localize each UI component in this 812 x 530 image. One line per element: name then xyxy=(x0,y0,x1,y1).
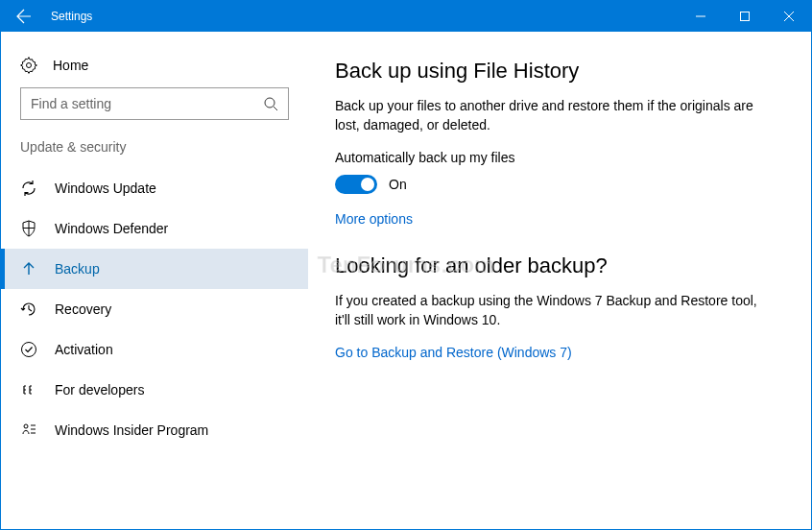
history-icon xyxy=(20,301,37,318)
more-options-link[interactable]: More options xyxy=(335,211,413,227)
sidebar-item-recovery[interactable]: Recovery xyxy=(1,289,308,329)
sidebar-item-label: Backup xyxy=(55,261,100,277)
sidebar-item-windows-update[interactable]: Windows Update xyxy=(1,168,308,208)
toggle-state: On xyxy=(389,177,407,192)
titlebar: Settings xyxy=(1,1,811,32)
sidebar-item-label: Activation xyxy=(55,342,113,357)
search-icon xyxy=(264,97,278,111)
svg-point-3 xyxy=(24,424,28,428)
sidebar-item-for-developers[interactable]: For developers xyxy=(1,370,308,410)
insider-icon xyxy=(20,422,37,439)
category-label: Update & security xyxy=(1,139,308,168)
sidebar-item-label: Windows Insider Program xyxy=(55,422,208,438)
svg-point-1 xyxy=(265,98,275,108)
search-box[interactable] xyxy=(20,87,289,120)
toggle-label: Automatically back up my files xyxy=(335,150,773,165)
home-button[interactable]: Home xyxy=(1,49,308,87)
sidebar-item-backup[interactable]: Backup xyxy=(1,249,308,289)
sidebar-item-label: Windows Update xyxy=(55,181,156,196)
developer-icon xyxy=(20,381,37,398)
svg-rect-0 xyxy=(741,12,750,21)
maximize-icon xyxy=(740,12,750,21)
sidebar-item-activation[interactable]: Activation xyxy=(1,329,308,370)
close-icon xyxy=(784,12,794,21)
shield-icon xyxy=(20,220,37,237)
section-body-older-backup: If you created a backup using the Window… xyxy=(335,292,773,329)
maximize-button[interactable] xyxy=(723,1,767,32)
back-button[interactable] xyxy=(1,1,47,32)
section-title-file-history: Back up using File History xyxy=(335,59,773,84)
home-label: Home xyxy=(53,58,88,73)
window-controls xyxy=(679,1,811,32)
arrow-left-icon xyxy=(16,9,32,24)
sidebar-item-label: For developers xyxy=(55,382,144,398)
minimize-button[interactable] xyxy=(679,1,723,32)
section-body-file-history: Back up your files to another drive and … xyxy=(335,97,773,134)
sync-icon xyxy=(20,180,37,197)
window-title: Settings xyxy=(47,10,679,23)
backup-restore-link[interactable]: Go to Backup and Restore (Windows 7) xyxy=(335,345,572,360)
svg-point-2 xyxy=(22,343,36,357)
section-title-older-backup: Looking for an older backup? xyxy=(335,253,773,278)
main-panel: Back up using File History Back up your … xyxy=(308,32,811,529)
upload-arrow-icon xyxy=(20,260,37,277)
sidebar-item-label: Windows Defender xyxy=(55,221,168,236)
close-button[interactable] xyxy=(767,1,811,32)
content-area: Home Update & security Windows Update Wi… xyxy=(1,32,811,529)
sidebar-item-windows-defender[interactable]: Windows Defender xyxy=(1,208,308,249)
sidebar-item-windows-insider[interactable]: Windows Insider Program xyxy=(1,410,308,450)
auto-backup-toggle[interactable] xyxy=(335,175,377,194)
gear-icon xyxy=(20,57,37,74)
check-circle-icon xyxy=(20,341,37,358)
minimize-icon xyxy=(696,12,705,21)
sidebar: Home Update & security Windows Update Wi… xyxy=(1,32,308,529)
toggle-row: On xyxy=(335,175,773,194)
sidebar-item-label: Recovery xyxy=(55,301,111,317)
search-input[interactable] xyxy=(31,96,264,111)
